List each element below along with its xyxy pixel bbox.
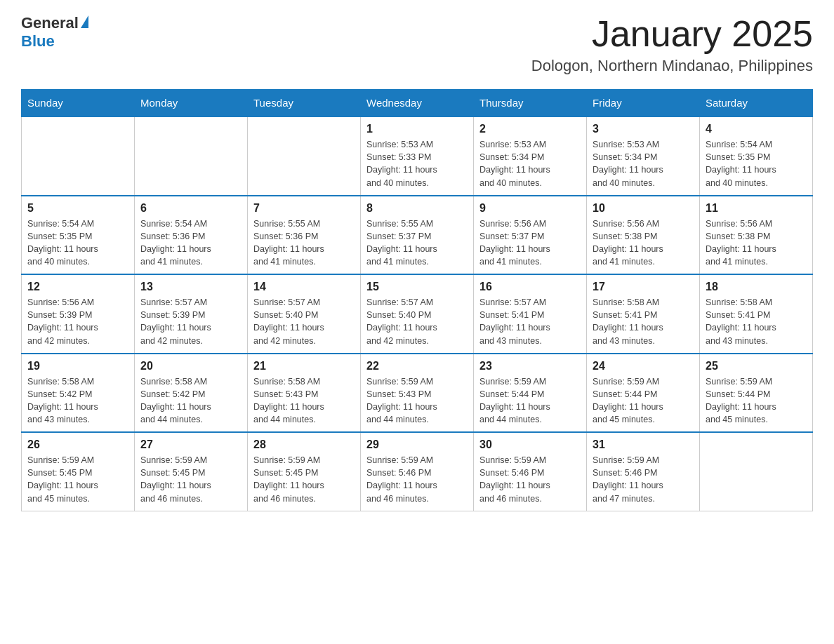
calendar-cell: 9Sunrise: 5:56 AM Sunset: 5:37 PM Daylig… xyxy=(474,196,587,275)
calendar-cell: 24Sunrise: 5:59 AM Sunset: 5:44 PM Dayli… xyxy=(587,354,700,433)
calendar-cell: 28Sunrise: 5:59 AM Sunset: 5:45 PM Dayli… xyxy=(248,432,361,511)
location-title: Dologon, Northern Mindanao, Philippines xyxy=(531,57,813,75)
day-number: 27 xyxy=(140,438,241,451)
calendar-cell: 1Sunrise: 5:53 AM Sunset: 5:33 PM Daylig… xyxy=(361,116,474,196)
day-number: 7 xyxy=(253,202,355,215)
day-info: Sunrise: 5:54 AM Sunset: 5:35 PM Dayligh… xyxy=(706,138,807,189)
calendar-header-friday: Friday xyxy=(587,90,700,117)
day-number: 3 xyxy=(593,123,694,135)
calendar-cell: 31Sunrise: 5:59 AM Sunset: 5:46 PM Dayli… xyxy=(587,432,700,511)
calendar-header-monday: Monday xyxy=(135,90,248,117)
calendar-header-thursday: Thursday xyxy=(474,90,587,117)
day-number: 14 xyxy=(253,281,355,293)
day-number: 11 xyxy=(706,202,807,215)
day-info: Sunrise: 5:54 AM Sunset: 5:36 PM Dayligh… xyxy=(140,217,241,269)
day-info: Sunrise: 5:58 AM Sunset: 5:42 PM Dayligh… xyxy=(140,375,241,427)
calendar-cell: 19Sunrise: 5:58 AM Sunset: 5:42 PM Dayli… xyxy=(22,354,135,433)
calendar-week-row: 5Sunrise: 5:54 AM Sunset: 5:35 PM Daylig… xyxy=(22,196,813,275)
day-info: Sunrise: 5:59 AM Sunset: 5:44 PM Dayligh… xyxy=(706,375,807,427)
day-number: 30 xyxy=(479,438,581,451)
day-info: Sunrise: 5:53 AM Sunset: 5:34 PM Dayligh… xyxy=(593,138,694,189)
day-number: 1 xyxy=(366,123,468,135)
day-number: 22 xyxy=(366,360,468,373)
day-number: 5 xyxy=(27,202,128,215)
day-info: Sunrise: 5:59 AM Sunset: 5:46 PM Dayligh… xyxy=(593,454,694,505)
day-info: Sunrise: 5:58 AM Sunset: 5:42 PM Dayligh… xyxy=(27,375,128,427)
day-number: 29 xyxy=(366,438,468,451)
calendar-cell: 14Sunrise: 5:57 AM Sunset: 5:40 PM Dayli… xyxy=(248,274,361,354)
day-number: 15 xyxy=(366,281,468,293)
logo-general-text: General xyxy=(21,14,79,32)
calendar-cell: 2Sunrise: 5:53 AM Sunset: 5:34 PM Daylig… xyxy=(474,116,587,196)
day-info: Sunrise: 5:59 AM Sunset: 5:46 PM Dayligh… xyxy=(479,454,581,505)
day-number: 16 xyxy=(479,281,581,293)
calendar-cell: 30Sunrise: 5:59 AM Sunset: 5:46 PM Dayli… xyxy=(474,432,587,511)
calendar-cell: 12Sunrise: 5:56 AM Sunset: 5:39 PM Dayli… xyxy=(22,274,135,354)
calendar-cell: 17Sunrise: 5:58 AM Sunset: 5:41 PM Dayli… xyxy=(587,274,700,354)
day-number: 13 xyxy=(140,281,241,293)
day-info: Sunrise: 5:59 AM Sunset: 5:43 PM Dayligh… xyxy=(366,375,468,427)
day-info: Sunrise: 5:59 AM Sunset: 5:46 PM Dayligh… xyxy=(366,454,468,505)
calendar-week-row: 26Sunrise: 5:59 AM Sunset: 5:45 PM Dayli… xyxy=(22,432,813,511)
day-info: Sunrise: 5:53 AM Sunset: 5:33 PM Dayligh… xyxy=(366,138,468,189)
day-number: 9 xyxy=(479,202,581,215)
calendar-header-row: SundayMondayTuesdayWednesdayThursdayFrid… xyxy=(22,90,813,117)
day-info: Sunrise: 5:56 AM Sunset: 5:38 PM Dayligh… xyxy=(593,217,694,269)
day-number: 12 xyxy=(27,281,128,293)
day-info: Sunrise: 5:59 AM Sunset: 5:44 PM Dayligh… xyxy=(593,375,694,427)
day-info: Sunrise: 5:57 AM Sunset: 5:40 PM Dayligh… xyxy=(253,296,355,347)
calendar-cell: 22Sunrise: 5:59 AM Sunset: 5:43 PM Dayli… xyxy=(361,354,474,433)
day-info: Sunrise: 5:57 AM Sunset: 5:40 PM Dayligh… xyxy=(366,296,468,347)
day-info: Sunrise: 5:57 AM Sunset: 5:41 PM Dayligh… xyxy=(479,296,581,347)
calendar-header-tuesday: Tuesday xyxy=(248,90,361,117)
calendar-cell xyxy=(700,432,813,511)
calendar-cell: 29Sunrise: 5:59 AM Sunset: 5:46 PM Dayli… xyxy=(361,432,474,511)
day-number: 31 xyxy=(593,438,694,451)
calendar-header-saturday: Saturday xyxy=(700,90,813,117)
calendar-cell: 18Sunrise: 5:58 AM Sunset: 5:41 PM Dayli… xyxy=(700,274,813,354)
calendar-cell: 21Sunrise: 5:58 AM Sunset: 5:43 PM Dayli… xyxy=(248,354,361,433)
calendar-cell xyxy=(135,116,248,196)
calendar-cell: 3Sunrise: 5:53 AM Sunset: 5:34 PM Daylig… xyxy=(587,116,700,196)
calendar-week-row: 12Sunrise: 5:56 AM Sunset: 5:39 PM Dayli… xyxy=(22,274,813,354)
day-info: Sunrise: 5:58 AM Sunset: 5:43 PM Dayligh… xyxy=(253,375,355,427)
calendar-cell: 13Sunrise: 5:57 AM Sunset: 5:39 PM Dayli… xyxy=(135,274,248,354)
day-info: Sunrise: 5:59 AM Sunset: 5:45 PM Dayligh… xyxy=(27,454,128,505)
logo: General Blue xyxy=(21,14,88,51)
day-info: Sunrise: 5:59 AM Sunset: 5:45 PM Dayligh… xyxy=(140,454,241,505)
calendar-cell: 5Sunrise: 5:54 AM Sunset: 5:35 PM Daylig… xyxy=(22,196,135,275)
calendar-cell xyxy=(248,116,361,196)
day-info: Sunrise: 5:54 AM Sunset: 5:35 PM Dayligh… xyxy=(27,217,128,269)
day-number: 2 xyxy=(479,123,581,135)
day-info: Sunrise: 5:53 AM Sunset: 5:34 PM Dayligh… xyxy=(479,138,581,189)
calendar-header-sunday: Sunday xyxy=(22,90,135,117)
day-info: Sunrise: 5:55 AM Sunset: 5:37 PM Dayligh… xyxy=(366,217,468,269)
calendar-cell xyxy=(22,116,135,196)
logo-triangle-icon xyxy=(81,15,88,28)
calendar-table: SundayMondayTuesdayWednesdayThursdayFrid… xyxy=(21,89,813,511)
day-info: Sunrise: 5:56 AM Sunset: 5:38 PM Dayligh… xyxy=(706,217,807,269)
calendar-cell: 27Sunrise: 5:59 AM Sunset: 5:45 PM Dayli… xyxy=(135,432,248,511)
day-number: 24 xyxy=(593,360,694,373)
day-number: 20 xyxy=(140,360,241,373)
day-number: 25 xyxy=(706,360,807,373)
day-info: Sunrise: 5:58 AM Sunset: 5:41 PM Dayligh… xyxy=(593,296,694,347)
calendar-cell: 23Sunrise: 5:59 AM Sunset: 5:44 PM Dayli… xyxy=(474,354,587,433)
day-number: 17 xyxy=(593,281,694,293)
calendar-cell: 11Sunrise: 5:56 AM Sunset: 5:38 PM Dayli… xyxy=(700,196,813,275)
day-info: Sunrise: 5:56 AM Sunset: 5:39 PM Dayligh… xyxy=(27,296,128,347)
day-info: Sunrise: 5:59 AM Sunset: 5:44 PM Dayligh… xyxy=(479,375,581,427)
calendar-cell: 6Sunrise: 5:54 AM Sunset: 5:36 PM Daylig… xyxy=(135,196,248,275)
day-number: 21 xyxy=(253,360,355,373)
page-header: General Blue January 2025 Dologon, North… xyxy=(21,14,813,75)
title-section: January 2025 Dologon, Northern Mindanao,… xyxy=(531,14,813,75)
day-number: 8 xyxy=(366,202,468,215)
day-number: 26 xyxy=(27,438,128,451)
calendar-week-row: 19Sunrise: 5:58 AM Sunset: 5:42 PM Dayli… xyxy=(22,354,813,433)
day-number: 18 xyxy=(706,281,807,293)
day-number: 10 xyxy=(593,202,694,215)
calendar-cell: 7Sunrise: 5:55 AM Sunset: 5:36 PM Daylig… xyxy=(248,196,361,275)
day-info: Sunrise: 5:56 AM Sunset: 5:37 PM Dayligh… xyxy=(479,217,581,269)
month-title: January 2025 xyxy=(531,14,813,54)
day-info: Sunrise: 5:57 AM Sunset: 5:39 PM Dayligh… xyxy=(140,296,241,347)
